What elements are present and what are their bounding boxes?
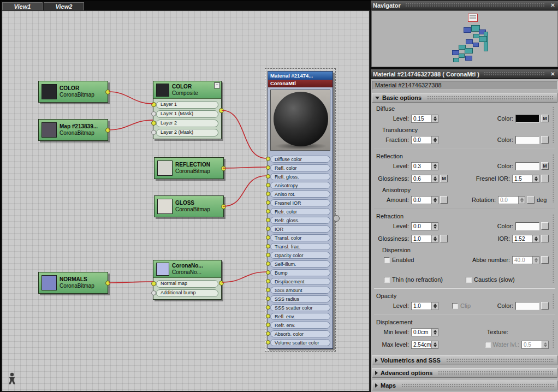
input-socket[interactable] xyxy=(266,235,270,240)
slot-self-illum[interactable]: Self-illum. xyxy=(270,260,330,268)
slot-diffuse-color[interactable]: Diffuse color xyxy=(270,156,330,163)
input-socket[interactable] xyxy=(151,290,156,295)
node-canvas[interactable]: COLOR CoronaBitmap Map #213839... Corona… xyxy=(2,10,370,391)
spinner-arrows[interactable] xyxy=(431,115,438,122)
navigator-minimap[interactable] xyxy=(371,10,558,67)
input-socket[interactable] xyxy=(266,288,270,292)
refraction-glossiness-map-button[interactable] xyxy=(440,235,448,242)
output-socket[interactable] xyxy=(219,281,224,286)
input-socket[interactable] xyxy=(266,218,270,222)
opacity-color-map-button[interactable] xyxy=(541,302,549,310)
output-socket[interactable] xyxy=(221,204,226,209)
node-color-bitmap[interactable]: COLOR CoronaBitmap xyxy=(38,81,108,103)
spinner-arrows[interactable] xyxy=(431,329,438,336)
caustics-checkbox[interactable] xyxy=(466,277,472,283)
slot-normal-map[interactable]: Normal map xyxy=(156,280,218,288)
opacity-color-swatch[interactable] xyxy=(515,302,539,310)
anisotropy-amount-map-button[interactable] xyxy=(440,196,448,204)
dispersion-enabled-checkbox[interactable] xyxy=(384,257,390,263)
fresnel-ior-spinner[interactable]: 1.5 xyxy=(512,175,539,183)
abbe-number-spinner[interactable]: 40.0 xyxy=(512,256,539,264)
spinner-arrows[interactable] xyxy=(431,136,438,144)
input-socket[interactable] xyxy=(266,270,270,275)
slot-refl-color[interactable]: Refl. color xyxy=(270,164,330,171)
anisotropy-rotation-spinner[interactable]: 0.0 xyxy=(498,196,525,204)
slot-layer2-mask[interactable]: Layer 2 (Mask) xyxy=(156,129,218,136)
input-socket[interactable] xyxy=(266,305,270,310)
rollout-volumetrics-sss[interactable]: Volumetrics and SSS xyxy=(372,355,557,365)
spinner-arrows[interactable] xyxy=(542,341,548,348)
slot-transl-color[interactable]: Transl. color xyxy=(270,234,330,241)
slot-bump[interactable]: Bump xyxy=(270,269,330,276)
reflection-level-spinner[interactable]: 0.3 xyxy=(411,162,438,170)
input-socket[interactable] xyxy=(266,323,270,327)
output-socket[interactable] xyxy=(105,90,110,94)
input-socket[interactable] xyxy=(151,130,156,135)
input-socket[interactable] xyxy=(266,314,270,318)
close-icon[interactable]: ✕ xyxy=(549,2,556,8)
opacity-level-spinner[interactable]: 1.0 xyxy=(411,302,438,310)
slot-refl-gloss[interactable]: Refl. gloss. xyxy=(270,173,330,180)
water-level-checkbox[interactable] xyxy=(485,342,491,348)
collapse-button[interactable]: − xyxy=(214,82,220,88)
input-socket[interactable] xyxy=(266,262,270,266)
slot-layer2[interactable]: Layer 2 xyxy=(156,120,218,127)
ior-map-button[interactable] xyxy=(541,235,549,242)
spinner-arrows[interactable] xyxy=(532,175,539,182)
node-gloss-bitmap[interactable]: GLOSS CoronaBitmap xyxy=(154,195,224,217)
thin-checkbox[interactable] xyxy=(384,277,390,283)
slot-sss-amount[interactable]: SSS amount xyxy=(270,287,330,294)
spinner-arrows[interactable] xyxy=(431,197,438,204)
tab-view2[interactable]: View2 xyxy=(44,2,84,10)
reflection-glossiness-spinner[interactable]: 0.6 xyxy=(411,175,438,183)
node-corona-normal[interactable]: CoronaNo... CoronaNo... Normal map Addit… xyxy=(153,260,222,300)
node-normals-bitmap[interactable]: NORMALS CoronaBitmap xyxy=(38,272,108,294)
input-socket[interactable] xyxy=(266,192,270,196)
reflection-color-swatch[interactable] xyxy=(515,162,539,170)
input-socket[interactable] xyxy=(151,102,156,107)
spinner-arrows[interactable] xyxy=(518,197,525,204)
slot-fresnel-ior[interactable]: Fresnel IOR xyxy=(270,199,330,206)
input-socket[interactable] xyxy=(266,227,270,231)
slot-volume-scatter-color[interactable]: Volume scatter color xyxy=(270,339,330,346)
slot-transl-frac[interactable]: Transl. frac. xyxy=(270,243,330,250)
spinner-arrows[interactable] xyxy=(532,257,539,264)
material-selector[interactable]: Material #214746327388 xyxy=(372,81,557,90)
output-socket[interactable] xyxy=(105,128,110,133)
input-socket[interactable] xyxy=(266,296,270,301)
min-level-spinner[interactable]: 0.0cm xyxy=(411,328,438,336)
input-socket[interactable] xyxy=(266,165,270,170)
input-socket[interactable] xyxy=(266,174,270,179)
slot-layer1[interactable]: Layer 1 xyxy=(156,101,218,109)
spinner-arrows[interactable] xyxy=(431,341,438,348)
input-socket[interactable] xyxy=(266,209,270,213)
fresnel-map-button[interactable] xyxy=(541,175,549,182)
close-icon[interactable]: ✕ xyxy=(549,71,556,77)
refraction-ior-spinner[interactable]: 1.52 xyxy=(512,235,539,243)
refraction-level-spinner[interactable]: 0.0 xyxy=(411,222,438,230)
tab-view1[interactable]: View1 xyxy=(2,2,43,10)
spinner-arrows[interactable] xyxy=(431,175,438,182)
slot-ior[interactable]: IOR xyxy=(270,225,330,233)
slot-aniso-rot[interactable]: Aniso rot. xyxy=(270,191,330,198)
clip-checkbox[interactable] xyxy=(452,303,458,309)
slot-absorb-color[interactable]: Absorb. color xyxy=(270,330,330,337)
slot-sss-scatter-color[interactable]: SSS scatter color xyxy=(270,304,330,311)
translucency-color-map-button[interactable] xyxy=(541,136,549,144)
slot-anisotropy[interactable]: Anisotropy xyxy=(270,182,330,189)
diffuse-level-spinner[interactable]: 0.15 xyxy=(411,115,438,123)
node-material[interactable]: Material #21474... CoronaMtl Diffuse col… xyxy=(265,69,335,351)
slot-refr-gloss[interactable]: Refr. gloss. xyxy=(270,217,330,224)
node-color-composite[interactable]: COLOR Composite − Layer 1 Layer 1 (Mask)… xyxy=(153,81,222,139)
reflection-color-map-button[interactable]: M xyxy=(541,162,549,170)
translucency-fraction-spinner[interactable]: 0.0 xyxy=(411,136,438,144)
spinner-arrows[interactable] xyxy=(431,302,438,310)
input-socket[interactable] xyxy=(266,200,270,205)
max-level-spinner[interactable]: 2.54cm xyxy=(411,341,438,349)
translucency-color-swatch[interactable] xyxy=(515,136,539,144)
input-socket[interactable] xyxy=(266,183,270,187)
node-scroll-handle[interactable] xyxy=(333,215,340,222)
slot-refr-env[interactable]: Refr. env. xyxy=(270,322,330,329)
input-socket[interactable] xyxy=(151,281,156,286)
output-socket[interactable] xyxy=(219,108,224,113)
